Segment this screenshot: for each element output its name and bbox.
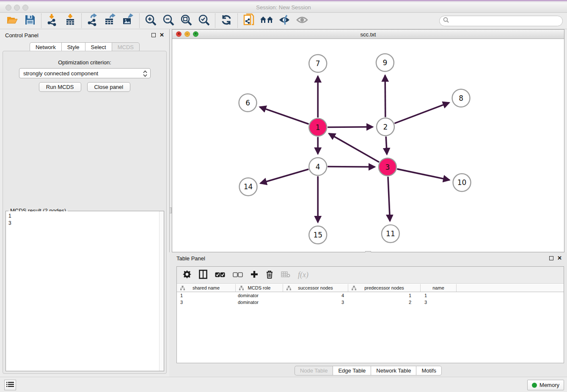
network-window-titlebar[interactable]: ✕ − + scc.txt	[172, 30, 564, 39]
export-network-icon	[87, 14, 99, 28]
save-floppy-icon	[25, 14, 36, 27]
column-header-shared-name[interactable]: shared name	[177, 284, 236, 292]
deselect-all-columns-button[interactable]	[233, 270, 243, 280]
node-15[interactable]: 15	[309, 226, 327, 244]
show-all-button[interactable]	[296, 14, 308, 27]
mcds-panel: Optimization criterion: strongly connect…	[3, 51, 167, 374]
node-2[interactable]: 2	[377, 118, 394, 136]
run-mcds-button[interactable]: Run MCDS	[39, 82, 81, 92]
task-history-button[interactable]	[4, 380, 16, 390]
tab-node-table[interactable]: Node Table	[295, 366, 333, 375]
tab-motifs[interactable]: Motifs	[416, 366, 442, 375]
node-1[interactable]: 1	[309, 119, 327, 136]
gear-icon	[183, 270, 191, 280]
delete-columns-button[interactable]	[266, 270, 273, 280]
save-session-button[interactable]	[24, 14, 36, 27]
memory-label: Memory	[539, 382, 559, 388]
column-header-successor-nodes[interactable]: successor nodes	[283, 284, 348, 292]
column-header-predecessor-nodes[interactable]: predecessor nodes	[348, 284, 421, 292]
network-document-icon	[243, 14, 255, 28]
zoom-out-button[interactable]	[162, 14, 175, 27]
node-8[interactable]: 8	[452, 89, 470, 107]
table-row[interactable]: 3dominator323	[177, 299, 564, 306]
show-columns-button[interactable]	[199, 270, 207, 280]
node-6[interactable]: 6	[239, 94, 257, 112]
edge-4-3[interactable]	[328, 167, 375, 167]
criterion-select[interactable]: strongly connected component	[19, 68, 151, 78]
table-row[interactable]: 1dominator411	[177, 292, 564, 299]
hide-selected-button[interactable]	[278, 14, 291, 27]
node-label-6: 6	[245, 99, 250, 107]
optimization-criterion-label: Optimization criterion:	[3, 59, 166, 66]
node-table[interactable]: shared nameMCDS rolesuccessor nodesprede…	[177, 284, 564, 306]
tab-network-table[interactable]: Network Table	[371, 366, 416, 375]
node-14[interactable]: 14	[239, 178, 257, 196]
node-label-10: 10	[457, 178, 467, 187]
node-7[interactable]: 7	[309, 55, 327, 72]
node-3[interactable]: 3	[379, 158, 396, 176]
edge-3-1[interactable]	[329, 133, 379, 162]
toolbar-separator	[139, 14, 140, 28]
import-table-button[interactable]	[64, 14, 77, 27]
table-panel-title: Table Panel	[176, 255, 205, 262]
delete-table-button[interactable]	[281, 270, 290, 280]
node-11[interactable]: 11	[382, 225, 399, 243]
edge-2-8[interactable]	[394, 102, 449, 123]
export-network-button[interactable]	[86, 14, 99, 27]
tab-edge-table[interactable]: Edge Table	[333, 366, 371, 375]
node-label-4: 4	[316, 163, 320, 171]
float-table-panel-icon[interactable]	[549, 256, 553, 260]
toolbar-separator	[41, 14, 41, 28]
close-panel-icon[interactable]: ✕	[160, 32, 164, 38]
toolbar-separator	[215, 14, 215, 28]
first-neighbors-button[interactable]	[260, 14, 273, 27]
import-network-icon	[47, 14, 58, 28]
cell: dominator	[236, 300, 283, 305]
criterion-value: strongly connected component	[23, 70, 98, 77]
delete-table-icon	[281, 271, 290, 279]
search-input[interactable]	[439, 16, 563, 26]
edge-4-14[interactable]	[260, 169, 308, 183]
open-session-button[interactable]	[6, 14, 19, 27]
edge-2-3[interactable]	[386, 137, 387, 155]
edge-1-2[interactable]	[328, 127, 373, 127]
result-scrollbar[interactable]	[159, 211, 164, 371]
export-image-button[interactable]	[122, 14, 135, 27]
column-header-MCDS-role[interactable]: MCDS role	[236, 284, 283, 292]
memory-button[interactable]: Memory	[527, 380, 564, 390]
node-9[interactable]: 9	[376, 54, 394, 72]
float-panel-icon[interactable]	[151, 33, 156, 37]
zoom-in-button[interactable]	[144, 14, 157, 27]
node-4[interactable]: 4	[309, 157, 327, 175]
table-tabs: Node TableEdge TableNetwork TableMotifs	[169, 366, 567, 375]
table-settings-button[interactable]	[183, 270, 191, 280]
close-table-panel-icon[interactable]: ✕	[557, 255, 562, 261]
column-header-name[interactable]: name	[421, 284, 457, 292]
new-network-from-selection-button[interactable]	[242, 14, 255, 27]
plus-icon	[250, 271, 258, 280]
mcds-result-text[interactable]: 1 3	[6, 211, 164, 371]
node-10[interactable]: 10	[453, 174, 471, 191]
node-label-14: 14	[244, 182, 253, 191]
toolbar-separator	[237, 14, 238, 28]
edge-3-10[interactable]	[397, 169, 449, 180]
zoom-fit-button[interactable]	[180, 14, 193, 27]
add-column-button[interactable]	[250, 270, 258, 280]
network-canvas[interactable]: 7968124314101511	[172, 39, 564, 252]
apply-layout-button[interactable]	[220, 14, 233, 27]
node-label-11: 11	[386, 229, 395, 238]
function-builder-button[interactable]: f(x)	[298, 270, 308, 280]
edge-2-9[interactable]	[385, 75, 385, 117]
close-panel-button[interactable]: Close panel	[87, 82, 131, 92]
eye-icon	[296, 14, 308, 27]
export-table-button[interactable]	[104, 14, 117, 27]
import-network-button[interactable]	[46, 14, 59, 27]
edge-3-11[interactable]	[388, 177, 390, 221]
edge-1-6[interactable]	[260, 107, 309, 124]
window-title: Session: New Session	[0, 4, 567, 11]
zoom-selected-button[interactable]	[198, 14, 210, 27]
select-all-columns-button[interactable]	[215, 270, 225, 280]
network-graph[interactable]: 7968124314101511	[172, 39, 564, 252]
trash-icon	[266, 270, 273, 280]
memory-status-icon	[532, 383, 537, 388]
